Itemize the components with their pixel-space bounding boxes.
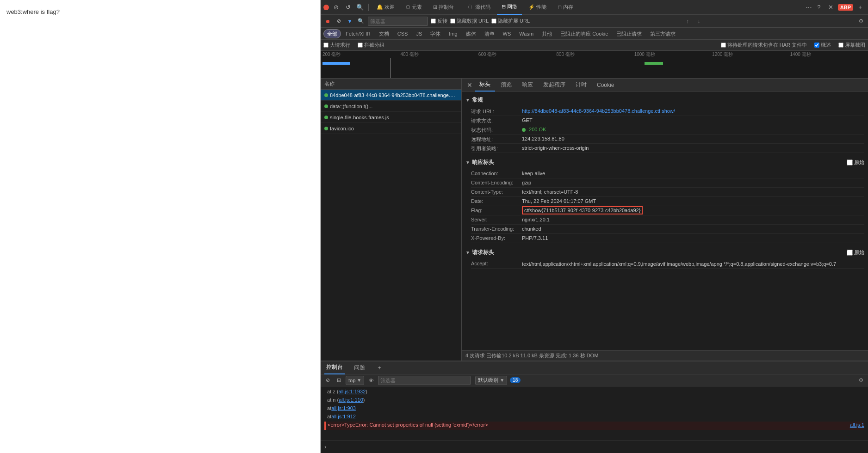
- req-name-data: data:;(function t()...: [330, 104, 458, 109]
- filter-manifest[interactable]: 清单: [481, 29, 498, 38]
- group-by-frame-checkbox[interactable]: [358, 43, 363, 48]
- overview-checkbox[interactable]: [814, 43, 819, 48]
- overview-label[interactable]: 概述: [814, 42, 831, 49]
- filter-all[interactable]: 全部: [323, 29, 341, 38]
- detail-tab-headers[interactable]: 标头: [475, 79, 495, 92]
- console-tab-issues[interactable]: 问题: [352, 361, 367, 374]
- log-level-selector[interactable]: 默认级别 ▼: [475, 376, 507, 385]
- group-by-frame-label[interactable]: 拦截分组: [358, 42, 384, 49]
- filter-doc[interactable]: 文档: [375, 29, 393, 38]
- request-item-favicon[interactable]: favicon.ico: [321, 123, 461, 134]
- request-item-data[interactable]: data:;(function t()...: [321, 101, 461, 112]
- tab-network[interactable]: ⊟ 网络: [497, 0, 522, 15]
- filter-input[interactable]: [368, 17, 428, 26]
- more-icon[interactable]: ···: [806, 3, 812, 12]
- prop-value-status: 200 OK: [522, 126, 864, 132]
- hide-ext-url-checkbox-label[interactable]: 隐藏扩展 URL: [491, 18, 530, 24]
- filter-third-party[interactable]: 第三方请求: [646, 29, 679, 38]
- large-rows-label[interactable]: 大请求行: [323, 42, 350, 49]
- hide-data-url-checkbox[interactable]: [450, 18, 455, 24]
- prop-value-url[interactable]: http://84dbe048-af83-44c8-9364-94b253bb0…: [522, 107, 864, 114]
- close-detail-button[interactable]: ✕: [465, 81, 474, 89]
- stop-icon[interactable]: ⊘: [331, 2, 341, 12]
- detail-tab-initiator[interactable]: 发起程序: [539, 79, 570, 92]
- help-icon[interactable]: ?: [814, 2, 824, 12]
- general-section-header[interactable]: ▼ 常规: [465, 94, 864, 106]
- req-original-checkbox[interactable]: [847, 250, 853, 256]
- general-section-body: 请求 URL: http://84dbe048-af83-44c8-9364-9…: [465, 106, 864, 157]
- top-context-selector[interactable]: top ▼: [346, 376, 364, 385]
- tab-memory[interactable]: ◻ 内存: [553, 0, 578, 15]
- request-item-main[interactable]: 84dbe048-af83-44c8-9364-94b253bb0478.cha…: [321, 90, 461, 101]
- console-link-4[interactable]: all.js:1:912: [331, 414, 356, 419]
- reverse-checkbox[interactable]: [431, 18, 436, 24]
- export-icon[interactable]: ↑: [684, 17, 692, 25]
- original-checkbox[interactable]: [847, 159, 853, 165]
- console-error-link[interactable]: all.js:1: [850, 422, 864, 428]
- abp-button[interactable]: ABP: [838, 4, 853, 11]
- console-filter-icon[interactable]: ⊟: [335, 376, 343, 385]
- screenshots-label[interactable]: 屏幕截图: [838, 42, 865, 49]
- request-list-header: 名称: [321, 79, 461, 90]
- tab-elements[interactable]: ⬡ 元素: [401, 0, 427, 15]
- refresh-icon[interactable]: ↺: [343, 2, 353, 12]
- include-pending-label[interactable]: 将待处理的请求包含在 HAR 文件中: [721, 42, 807, 49]
- settings-icon[interactable]: ✕: [826, 2, 836, 12]
- request-item-hooks[interactable]: single-file-hooks-frames.js: [321, 112, 461, 123]
- record-icon[interactable]: ⏺: [323, 17, 332, 25]
- prop-name-url: 请求 URL:: [471, 107, 522, 115]
- filter-img[interactable]: Img: [445, 29, 461, 38]
- console-eye-icon[interactable]: 👁: [367, 376, 375, 385]
- import-icon[interactable]: ↓: [695, 17, 703, 25]
- console-link-3[interactable]: all.js:1:903: [331, 405, 356, 411]
- filter-media[interactable]: 媒体: [462, 29, 480, 38]
- timeline-bar-area: [321, 58, 868, 78]
- timeline-labels: 200 毫秒 400 毫秒 600 毫秒 800 毫秒 1000 毫秒 1200…: [321, 51, 868, 58]
- console-link-2[interactable]: all.js:1:110: [339, 397, 363, 403]
- search-icon[interactable]: 🔍: [357, 17, 365, 25]
- large-rows-checkbox[interactable]: [323, 43, 329, 48]
- prop-name-flag: Flag:: [471, 207, 522, 213]
- console-clear-icon[interactable]: ⊘: [323, 376, 332, 385]
- filter-blocked-req[interactable]: 已阻止请求: [613, 29, 645, 38]
- reverse-checkbox-label[interactable]: 反转: [431, 18, 447, 24]
- detail-tab-timing[interactable]: 计时: [571, 79, 591, 92]
- clear-icon[interactable]: ⊘: [335, 17, 343, 25]
- new-tab-icon[interactable]: +: [855, 2, 865, 12]
- hide-ext-url-checkbox[interactable]: [491, 18, 496, 24]
- tab-performance[interactable]: ⚡ 性能: [524, 0, 551, 15]
- tab-welcome[interactable]: 🔔 🔔 欢迎欢迎: [372, 0, 399, 15]
- detail-tab-preview[interactable]: 预览: [496, 79, 516, 92]
- filter-blocked-cookies[interactable]: 已阻止的响应 Cookie: [557, 29, 612, 38]
- detail-tab-response[interactable]: 响应: [517, 79, 538, 92]
- include-pending-checkbox[interactable]: [721, 43, 726, 48]
- request-headers-section-header[interactable]: ▼ 请求标头 原始: [465, 247, 864, 258]
- console-input[interactable]: [329, 444, 864, 450]
- filter-other[interactable]: 其他: [538, 29, 556, 38]
- filter-wasm[interactable]: Wasm: [515, 29, 537, 38]
- req-original-checkbox-label[interactable]: 原始: [847, 249, 864, 256]
- tab-source[interactable]: 〈〉源代码: [460, 0, 495, 15]
- filter-js[interactable]: JS: [412, 29, 426, 38]
- console-settings-icon[interactable]: ⚙: [857, 376, 865, 385]
- console-tab-console[interactable]: 控制台: [324, 361, 345, 374]
- console-link-1[interactable]: all.js:1:1932: [339, 389, 366, 394]
- response-headers-section-header[interactable]: ▼ 响应标头 原始: [465, 157, 864, 168]
- search-icon[interactable]: 🔍: [355, 2, 365, 12]
- screenshots-checkbox[interactable]: [838, 43, 843, 48]
- settings-icon[interactable]: ⚙: [857, 17, 865, 25]
- filter-ws[interactable]: WS: [499, 29, 515, 38]
- console-input-row: ›: [321, 440, 868, 453]
- filter-icon[interactable]: ▼: [346, 17, 354, 25]
- tab-console[interactable]: ⊞ 控制台: [428, 0, 459, 15]
- filter-font[interactable]: 字体: [427, 29, 444, 38]
- detail-tab-cookie[interactable]: Cookie: [592, 79, 619, 92]
- console-filter-input[interactable]: [378, 376, 471, 385]
- add-tab-icon[interactable]: +: [374, 363, 384, 373]
- filter-fetch-xhr[interactable]: Fetch/XHR: [342, 29, 374, 38]
- hide-data-url-checkbox-label[interactable]: 隐藏数据 URL: [450, 18, 489, 24]
- original-checkbox-label[interactable]: 原始: [847, 159, 864, 166]
- filter-type-row: 全部 Fetch/XHR 文档 CSS JS 字体 Img 媒体 清单 WS W…: [321, 28, 868, 40]
- filter-css[interactable]: CSS: [394, 29, 412, 38]
- response-headers-title: 响应标头: [472, 159, 494, 166]
